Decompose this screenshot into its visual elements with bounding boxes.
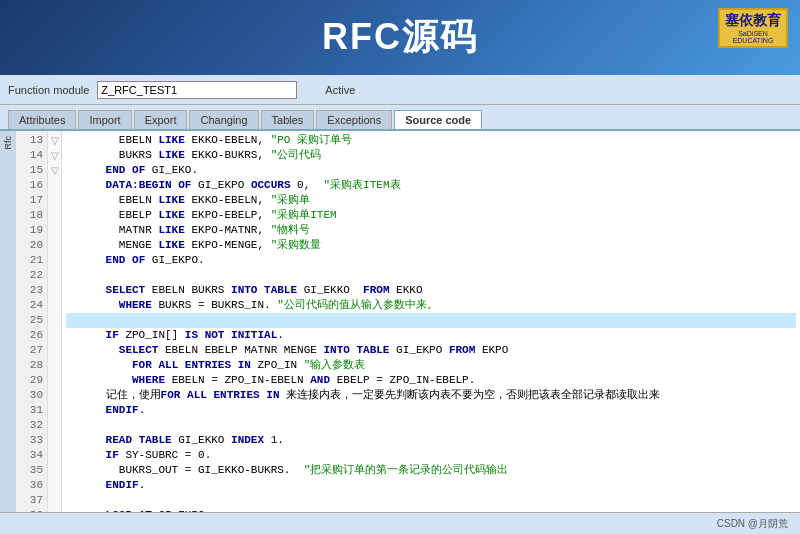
code-content[interactable]: EBELN LIKE EKKO-EBELN, "PO 采购订单号 BUKRS L… xyxy=(62,131,800,512)
function-module-label: Function module xyxy=(8,84,89,96)
footer: CSDN @月阴荒 xyxy=(0,512,800,534)
table-row: WHERE BUKRS = BUKRS_IN. "公司代码的值从输入参数中来。 xyxy=(66,298,796,313)
table-row: READ TABLE GI_EKKO INDEX 1. xyxy=(66,433,796,448)
table-row xyxy=(66,418,796,433)
tab-changing[interactable]: Changing xyxy=(189,110,258,129)
table-row: WHERE EBELN = ZPO_IN-EBELN AND EBELP = Z… xyxy=(66,373,796,388)
tab-import[interactable]: Import xyxy=(78,110,131,129)
table-row: LOOP AT GI_EKPO. xyxy=(66,508,796,512)
tabbar: Attributes Import Export Changing Tables… xyxy=(0,105,800,131)
logo-text1: 塞依教育 xyxy=(725,12,781,30)
table-row: IF SY-SUBRC = 0. xyxy=(66,448,796,463)
line-numbers: 1314151617181920212223242526272829303132… xyxy=(16,131,48,512)
page-title: RFC源码 xyxy=(322,13,478,62)
table-row: FOR ALL ENTRIES IN ZPO_IN "输入参数表 xyxy=(66,358,796,373)
table-row: EBELN LIKE EKKO-EBELN, "PO 采购订单号 xyxy=(66,133,796,148)
fold-indicators: ▽▽▽ xyxy=(48,131,62,512)
logo-text2: SaDiSEN EDUCATING xyxy=(720,30,786,44)
table-row: END OF GI_EKPO. xyxy=(66,253,796,268)
side-label: Rfc xyxy=(0,131,16,512)
table-row: MENGE LIKE EKPO-MENGE, "采购数量 xyxy=(66,238,796,253)
table-row: BUKRS LIKE EKKO-BUKRS, "公司代码 xyxy=(66,148,796,163)
footer-text: CSDN @月阴荒 xyxy=(717,517,788,531)
tab-export[interactable]: Export xyxy=(134,110,188,129)
table-row: DATA:BEGIN OF GI_EKPO OCCURS 0, "采购表ITEM… xyxy=(66,178,796,193)
tab-tables[interactable]: Tables xyxy=(261,110,315,129)
tab-attributes[interactable]: Attributes xyxy=(8,110,76,129)
table-row xyxy=(66,313,796,328)
table-row: END OF GI_EKO. xyxy=(66,163,796,178)
table-row: SELECT EBELN EBELP MATNR MENGE INTO TABL… xyxy=(66,343,796,358)
header: RFC源码 塞依教育 SaDiSEN EDUCATING xyxy=(0,0,800,75)
function-module-input[interactable] xyxy=(97,81,297,99)
table-row: ENDIF. xyxy=(66,403,796,418)
side-text: Rfc xyxy=(3,136,13,150)
table-row: MATNR LIKE EKPO-MATNR, "物料号 xyxy=(66,223,796,238)
logo: 塞依教育 SaDiSEN EDUCATING xyxy=(718,8,788,48)
table-row: EBELN LIKE EKKO-EBELN, "采购单 xyxy=(66,193,796,208)
table-row: SELECT EBELN BUKRS INTO TABLE GI_EKKO FR… xyxy=(66,283,796,298)
code-container: Rfc 131415161718192021222324252627282930… xyxy=(0,131,800,512)
table-row xyxy=(66,268,796,283)
active-status: Active xyxy=(325,84,355,96)
table-row: BUKRS_OUT = GI_EKKO-BUKRS. "把采购订单的第一条记录的… xyxy=(66,463,796,478)
tab-exceptions[interactable]: Exceptions xyxy=(316,110,392,129)
table-row: IF ZPO_IN[] IS NOT INITIAL. xyxy=(66,328,796,343)
table-row: EBELP LIKE EKPO-EBELP, "采购单ITEM xyxy=(66,208,796,223)
tab-source-code[interactable]: Source code xyxy=(394,110,482,129)
table-row: 记住，使用FOR ALL ENTRIES IN 来连接内表，一定要先判断该内表不… xyxy=(66,388,796,403)
table-row xyxy=(66,493,796,508)
toolbar: Function module Active xyxy=(0,75,800,105)
table-row: ENDIF. xyxy=(66,478,796,493)
